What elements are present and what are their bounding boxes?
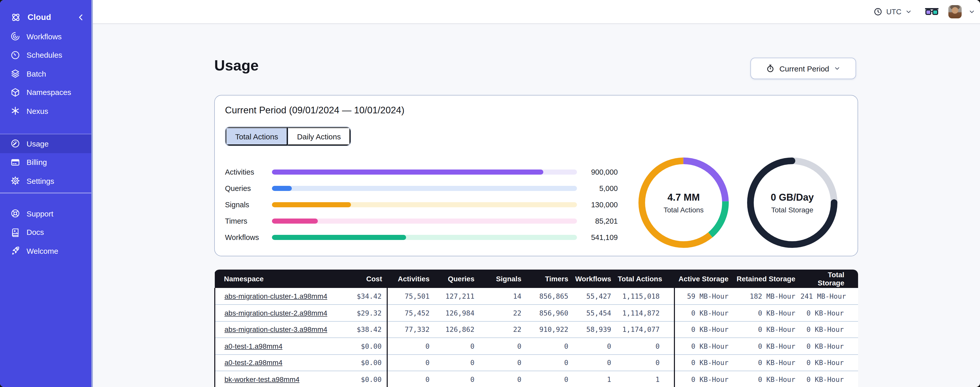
bar-track <box>272 186 577 191</box>
sidebar-item-welcome[interactable]: Welcome <box>0 241 91 260</box>
value-cell: 59 MB-Hour <box>675 288 733 305</box>
bar-value: 900,000 <box>577 168 618 176</box>
sidebar-nav-help: SupportDocsWelcome <box>0 204 91 260</box>
sidebar-scrollbar[interactable] <box>91 0 93 387</box>
value-cell: 1,115,018 <box>616 288 675 305</box>
bar-fill <box>272 186 292 191</box>
total-actions-donut-chart: 4.7 MMTotal Actions <box>638 157 730 249</box>
value-cell: 55,427 <box>573 288 616 305</box>
sidebar-item-docs[interactable]: Docs <box>0 223 91 241</box>
table-row: abs-migration-cluster-3.a98mm4$38.4277,3… <box>215 321 858 338</box>
bar-track <box>272 170 577 175</box>
value-cell: 1 <box>573 371 616 387</box>
sidebar-item-settings[interactable]: Settings <box>0 171 91 190</box>
sidebar-item-label: Settings <box>27 177 54 186</box>
sidebar-item-batch[interactable]: Batch <box>0 64 91 83</box>
namespace-link[interactable]: a0-test-1.a98mm4 <box>224 342 282 350</box>
value-cell: 0 <box>435 354 480 371</box>
sidebar-item-workflows[interactable]: Workflows <box>0 27 91 46</box>
sidebar-item-schedules[interactable]: Schedules <box>0 46 91 64</box>
value-cell: 1,114,872 <box>616 305 675 321</box>
sidebar-item-label: Support <box>27 209 53 218</box>
actions-bar-chart: Activities900,000Queries5,000Signals130,… <box>225 164 618 246</box>
namespace-link[interactable]: a0-test-2.a98mm4 <box>224 359 282 367</box>
billing-icon <box>10 157 21 168</box>
table-row: bk-worker-test.a98mm4$0.000000110 KB-Hou… <box>215 371 858 387</box>
sidebar-item-label: Nexus <box>27 107 48 115</box>
tab-total-actions[interactable]: Total Actions <box>226 127 288 146</box>
namespace-cell: bk-worker-test.a98mm4 <box>215 371 337 387</box>
app-window: Cloud WorkflowsSchedulesBatchNamespacesN… <box>0 0 980 387</box>
value-cell: 0 <box>435 371 480 387</box>
namespace-cell: abs-migration-cluster-1.a98mm4 <box>215 288 337 305</box>
bar-value: 541,109 <box>577 233 618 241</box>
bar-fill <box>272 219 318 224</box>
bar-label: Queries <box>225 184 272 192</box>
value-cell: 0 <box>616 354 675 371</box>
value-cell: 126,862 <box>435 321 480 338</box>
user-avatar[interactable] <box>948 5 962 18</box>
value-cell: 77,332 <box>387 321 435 338</box>
value-cell: 182 MB-Hour <box>733 288 800 305</box>
value-cell: 1 <box>616 371 675 387</box>
value-cell: 75,501 <box>387 288 435 305</box>
value-cell: 0 KB-Hour <box>800 338 858 354</box>
value-cell: 0 <box>387 371 435 387</box>
timezone-selector[interactable]: UTC <box>873 7 912 16</box>
value-cell: 1,174,077 <box>616 321 675 338</box>
value-cell: 856,865 <box>527 288 573 305</box>
namespace-link[interactable]: abs-migration-cluster-3.a98mm4 <box>224 325 327 334</box>
value-cell: 0 KB-Hour <box>675 354 733 371</box>
sidebar-collapse-button[interactable] <box>76 13 86 22</box>
sidebar-item-namespaces[interactable]: Namespaces <box>0 83 91 102</box>
period-selector-label: Current Period <box>779 64 829 73</box>
table-header-row: NamespaceCostActivitiesQueriesSignalsTim… <box>215 270 858 288</box>
bar-label: Signals <box>225 201 272 209</box>
card-heading: Current Period (09/01/2024 — 10/01/2024) <box>225 105 404 116</box>
glasses-icon[interactable] <box>925 7 939 16</box>
namespace-link[interactable]: abs-migration-cluster-1.a98mm4 <box>224 292 327 300</box>
column-header-activities: Activities <box>387 270 435 288</box>
sidebar-item-usage[interactable]: Usage <box>0 134 91 153</box>
sidebar: Cloud WorkflowsSchedulesBatchNamespacesN… <box>0 0 93 387</box>
value-cell: 910,922 <box>527 321 573 338</box>
sidebar-item-label: Welcome <box>27 246 59 255</box>
sidebar-item-label: Docs <box>27 228 44 237</box>
column-header-total-storage: Total Storage <box>800 270 858 288</box>
namespace-link[interactable]: bk-worker-test.a98mm4 <box>224 375 299 384</box>
bar-track <box>272 202 577 208</box>
value-cell: 0 <box>616 338 675 354</box>
tab-daily-actions[interactable]: Daily Actions <box>288 127 350 146</box>
value-cell: 0 KB-Hour <box>800 321 858 338</box>
value-cell: $0.00 <box>337 371 387 387</box>
value-cell: 0 <box>480 371 527 387</box>
value-cell: 0 KB-Hour <box>675 338 733 354</box>
value-cell: 14 <box>480 288 527 305</box>
sidebar-item-label: Batch <box>27 69 46 78</box>
bar-track <box>272 235 577 240</box>
period-selector-button[interactable]: Current Period <box>751 58 856 79</box>
value-cell: 0 <box>573 338 616 354</box>
namespace-cell: abs-migration-cluster-3.a98mm4 <box>215 321 337 338</box>
value-cell: 0 <box>527 354 573 371</box>
sidebar-item-billing[interactable]: Billing <box>0 153 91 171</box>
workflows-icon <box>10 31 21 42</box>
sidebar-item-support[interactable]: Support <box>0 204 91 223</box>
sidebar-item-nexus[interactable]: Nexus <box>0 102 91 120</box>
value-cell: 22 <box>480 321 527 338</box>
timezone-label: UTC <box>886 8 901 16</box>
namespace-cell: abs-migration-cluster-2.a98mm4 <box>215 305 337 321</box>
value-cell: $0.00 <box>337 338 387 354</box>
value-cell: 0 <box>527 371 573 387</box>
value-cell: 0 KB-Hour <box>733 354 800 371</box>
table-row: a0-test-1.a98mm4$0.000000000 KB-Hour0 KB… <box>215 338 858 354</box>
column-header-queries: Queries <box>435 270 480 288</box>
bar-row-timers: Timers85,201 <box>225 213 618 229</box>
namespace-link[interactable]: abs-migration-cluster-2.a98mm4 <box>224 309 327 317</box>
column-header-namespace: Namespace <box>215 270 337 288</box>
account-menu-chevron-icon[interactable] <box>968 8 975 15</box>
namespaces-icon <box>10 87 21 98</box>
table-row: abs-migration-cluster-1.a98mm4$34.4275,5… <box>215 288 858 305</box>
value-cell: 126,984 <box>435 305 480 321</box>
value-cell: 0 <box>480 354 527 371</box>
